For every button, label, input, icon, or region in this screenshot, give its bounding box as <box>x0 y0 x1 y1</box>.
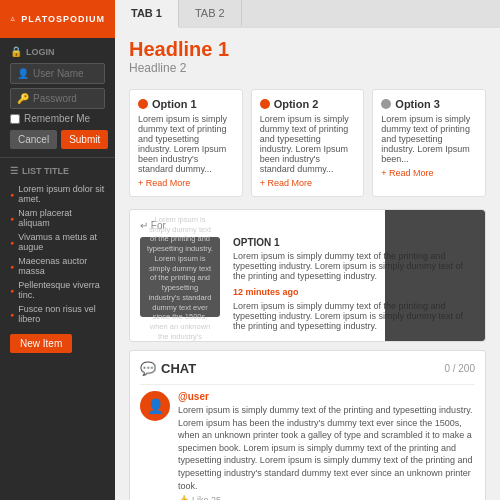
chat-icon: 💬 <box>140 361 156 376</box>
topic-graphic-label: TOPIC GRAPHIC <box>146 209 214 212</box>
remember-me-label: Remember Me <box>24 113 90 124</box>
list-icon: ☰ <box>10 166 18 176</box>
remember-me-row: Remember Me <box>10 113 105 124</box>
list-item[interactable]: Maecenas auctor massa <box>10 254 105 278</box>
login-section-title: 🔒 LOGIN <box>10 46 105 57</box>
chat-count: 0 / 200 <box>444 363 475 374</box>
key-icon: 🔑 <box>17 93 29 104</box>
user-icon: 👤 <box>17 68 29 79</box>
topic-section: ↵ For TOPIC GRAPHIC Lorem ipsum is simpl… <box>129 209 486 342</box>
avatar-1: 👤 <box>140 391 170 421</box>
option-3-read-more[interactable]: + Read More <box>381 168 477 178</box>
thumbs-up-icon: 👍 <box>178 495 189 500</box>
option-3-text: Lorem ipsum is simply dummy text of prin… <box>381 114 477 164</box>
topic-graphic-text: Lorem ipsum is simply dummy text of the … <box>146 215 214 342</box>
username-input-wrapper[interactable]: 👤 <box>10 63 105 84</box>
option-1-text: Lorem ipsum is simply dummy text of prin… <box>138 114 234 174</box>
option-card-3[interactable]: Option 3 Lorem ipsum is simply dummy tex… <box>372 89 486 197</box>
list-item[interactable]: Nam placerat aliquam <box>10 206 105 230</box>
chat-title: 💬 CHAT <box>140 361 196 376</box>
option-1-title: Option 1 <box>138 98 234 110</box>
remember-me-checkbox[interactable] <box>10 114 20 124</box>
option-card-1[interactable]: Option 1 Lorem ipsum is simply dummy tex… <box>129 89 243 197</box>
chat-msg-text-1: Lorem ipsum is simply dummy text of the … <box>178 404 475 492</box>
password-input-wrapper[interactable]: 🔑 <box>10 88 105 109</box>
option-1-read-more[interactable]: + Read More <box>138 178 234 188</box>
list-item[interactable]: Fusce non risus vel libero <box>10 302 105 326</box>
logo-icon <box>10 8 15 30</box>
topic-graphic: TOPIC GRAPHIC Lorem ipsum is simply dumm… <box>140 237 220 317</box>
lock-icon: 🔒 <box>10 46 22 57</box>
tabs-bar: TAB 1 TAB 2 <box>115 0 500 28</box>
chat-section: 💬 CHAT 0 / 200 👤 @user Lorem ipsum is si… <box>129 350 486 500</box>
tab-2[interactable]: TAB 2 <box>179 0 242 26</box>
options-row: Option 1 Lorem ipsum is simply dummy tex… <box>115 81 500 205</box>
option-2-dot <box>260 99 270 109</box>
new-item-button[interactable]: New Item <box>10 334 72 353</box>
sidebar-logo: PLATOSPODIUM <box>0 0 115 38</box>
main-content: TAB 1 TAB 2 Headline 1 Headline 2 Option… <box>115 0 500 500</box>
option-3-dot <box>381 99 391 109</box>
login-section: 🔒 LOGIN 👤 🔑 Remember Me Cancel Submit <box>0 38 115 158</box>
chat-msg-body-1: @user Lorem ipsum is simply dummy text o… <box>178 391 475 500</box>
chat-message-1: 👤 @user Lorem ipsum is simply dummy text… <box>140 384 475 500</box>
tab-1[interactable]: TAB 1 <box>115 0 179 28</box>
chat-username-1[interactable]: @user <box>178 391 475 402</box>
dark-overlay <box>385 210 485 341</box>
option-2-read-more[interactable]: + Read More <box>260 178 356 188</box>
username-input[interactable] <box>33 68 98 79</box>
headline1: Headline 1 <box>129 38 486 61</box>
option-3-title: Option 3 <box>381 98 477 110</box>
list-item[interactable]: Lorem ipsum dolor sit amet. <box>10 182 105 206</box>
sidebar: PLATOSPODIUM 🔒 LOGIN 👤 🔑 Remember Me Can… <box>0 0 115 500</box>
submit-button[interactable]: Submit <box>61 130 108 149</box>
content-header: Headline 1 Headline 2 <box>115 28 500 81</box>
cancel-button[interactable]: Cancel <box>10 130 57 149</box>
chat-likes-1[interactable]: 👍 Like 25 <box>178 495 475 500</box>
list-item[interactable]: Vivamus a metus at augue <box>10 230 105 254</box>
chat-header: 💬 CHAT 0 / 200 <box>140 361 475 376</box>
list-item[interactable]: Pellentesque viverra tinc. <box>10 278 105 302</box>
option-2-title: Option 2 <box>260 98 356 110</box>
option-2-text: Lorem ipsum is simply dummy text of prin… <box>260 114 356 174</box>
list-title: ☰ LIST TITLE <box>10 166 105 176</box>
headline2: Headline 2 <box>129 61 486 75</box>
option-card-2[interactable]: Option 2 Lorem ipsum is simply dummy tex… <box>251 89 365 197</box>
password-input[interactable] <box>33 93 98 104</box>
login-buttons: Cancel Submit <box>10 130 105 149</box>
option-1-dot <box>138 99 148 109</box>
list-section: ☰ LIST TITLE Lorem ipsum dolor sit amet.… <box>0 158 115 500</box>
logo-text: PLATOSPODIUM <box>21 14 105 24</box>
